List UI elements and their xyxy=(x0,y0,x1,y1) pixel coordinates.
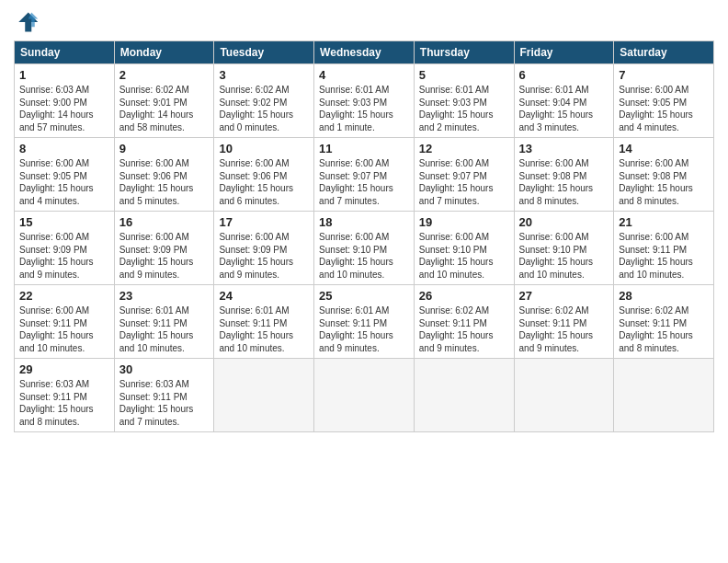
day-number: 21 xyxy=(619,215,709,229)
day-number: 14 xyxy=(619,142,709,155)
day-info: Sunrise: 6:00 AMSunset: 9:09 PMDaylight:… xyxy=(119,231,210,281)
day-number: 19 xyxy=(419,215,509,229)
table-row xyxy=(314,359,415,432)
day-number: 16 xyxy=(119,215,210,229)
day-info: Sunrise: 6:00 AMSunset: 9:11 PMDaylight:… xyxy=(619,231,709,281)
table-row: 22Sunrise: 6:00 AMSunset: 9:11 PMDayligh… xyxy=(15,285,115,359)
table-row: 20Sunrise: 6:00 AMSunset: 9:10 PMDayligh… xyxy=(514,212,614,285)
day-info: Sunrise: 6:00 AMSunset: 9:11 PMDaylight:… xyxy=(19,304,109,354)
day-info: Sunrise: 6:00 AMSunset: 9:07 PMDaylight:… xyxy=(419,157,509,207)
table-row: 5Sunrise: 6:01 AMSunset: 9:03 PMDaylight… xyxy=(414,64,514,138)
table-row: 15Sunrise: 6:00 AMSunset: 9:09 PMDayligh… xyxy=(15,212,115,285)
header-saturday: Saturday xyxy=(614,41,714,64)
day-info: Sunrise: 6:01 AMSunset: 9:11 PMDaylight:… xyxy=(219,304,309,354)
day-info: Sunrise: 6:00 AMSunset: 9:07 PMDaylight:… xyxy=(319,157,409,207)
day-info: Sunrise: 6:02 AMSunset: 9:01 PMDaylight:… xyxy=(119,84,210,133)
logo-icon xyxy=(14,9,40,35)
day-number: 18 xyxy=(319,215,409,229)
day-info: Sunrise: 6:00 AMSunset: 9:06 PMDaylight:… xyxy=(119,157,210,207)
day-number: 30 xyxy=(119,362,210,376)
day-info: Sunrise: 6:00 AMSunset: 9:09 PMDaylight:… xyxy=(219,231,309,281)
logo xyxy=(14,9,43,35)
table-row: 28Sunrise: 6:02 AMSunset: 9:11 PMDayligh… xyxy=(614,285,714,359)
day-number: 23 xyxy=(119,289,210,303)
calendar-week-row: 8Sunrise: 6:00 AMSunset: 9:05 PMDaylight… xyxy=(15,138,714,212)
day-number: 5 xyxy=(419,68,509,82)
day-number: 26 xyxy=(419,289,509,303)
table-row: 4Sunrise: 6:01 AMSunset: 9:03 PMDaylight… xyxy=(314,64,415,138)
day-number: 22 xyxy=(19,289,109,303)
day-info: Sunrise: 6:00 AMSunset: 9:06 PMDaylight:… xyxy=(219,157,309,207)
calendar-table: Sunday Monday Tuesday Wednesday Thursday… xyxy=(14,40,714,432)
table-row: 25Sunrise: 6:01 AMSunset: 9:11 PMDayligh… xyxy=(314,285,415,359)
table-row: 21Sunrise: 6:00 AMSunset: 9:11 PMDayligh… xyxy=(614,212,714,285)
table-row: 17Sunrise: 6:00 AMSunset: 9:09 PMDayligh… xyxy=(214,212,314,285)
table-row: 2Sunrise: 6:02 AMSunset: 9:01 PMDaylight… xyxy=(114,64,214,138)
table-row: 14Sunrise: 6:00 AMSunset: 9:08 PMDayligh… xyxy=(614,138,714,212)
header-tuesday: Tuesday xyxy=(214,41,314,64)
table-row: 8Sunrise: 6:00 AMSunset: 9:05 PMDaylight… xyxy=(15,138,115,212)
table-row: 12Sunrise: 6:00 AMSunset: 9:07 PMDayligh… xyxy=(414,138,514,212)
day-number: 10 xyxy=(219,142,309,155)
day-number: 27 xyxy=(519,289,609,303)
day-number: 13 xyxy=(519,142,609,155)
day-number: 1 xyxy=(19,68,109,82)
table-row: 19Sunrise: 6:00 AMSunset: 9:10 PMDayligh… xyxy=(414,212,514,285)
day-info: Sunrise: 6:01 AMSunset: 9:03 PMDaylight:… xyxy=(419,84,509,133)
weekday-header-row: Sunday Monday Tuesday Wednesday Thursday… xyxy=(15,41,714,64)
table-row: 11Sunrise: 6:00 AMSunset: 9:07 PMDayligh… xyxy=(314,138,415,212)
calendar-week-row: 1Sunrise: 6:03 AMSunset: 9:00 PMDaylight… xyxy=(15,64,714,138)
day-info: Sunrise: 6:02 AMSunset: 9:11 PMDaylight:… xyxy=(519,304,609,354)
day-info: Sunrise: 6:00 AMSunset: 9:05 PMDaylight:… xyxy=(19,157,109,207)
header-sunday: Sunday xyxy=(15,41,115,64)
day-number: 9 xyxy=(119,142,210,155)
table-row: 3Sunrise: 6:02 AMSunset: 9:02 PMDaylight… xyxy=(214,64,314,138)
day-info: Sunrise: 6:03 AMSunset: 9:11 PMDaylight:… xyxy=(119,378,210,428)
day-info: Sunrise: 6:01 AMSunset: 9:04 PMDaylight:… xyxy=(519,84,609,133)
day-info: Sunrise: 6:00 AMSunset: 9:10 PMDaylight:… xyxy=(519,231,609,281)
table-row xyxy=(614,359,714,432)
table-row: 23Sunrise: 6:01 AMSunset: 9:11 PMDayligh… xyxy=(114,285,214,359)
day-number: 2 xyxy=(119,68,210,82)
table-row: 13Sunrise: 6:00 AMSunset: 9:08 PMDayligh… xyxy=(514,138,614,212)
day-info: Sunrise: 6:02 AMSunset: 9:11 PMDaylight:… xyxy=(619,304,709,354)
header-friday: Friday xyxy=(514,41,614,64)
table-row xyxy=(514,359,614,432)
header-monday: Monday xyxy=(114,41,214,64)
day-number: 17 xyxy=(219,215,309,229)
day-info: Sunrise: 6:02 AMSunset: 9:02 PMDaylight:… xyxy=(219,84,309,133)
day-info: Sunrise: 6:03 AMSunset: 9:00 PMDaylight:… xyxy=(19,84,109,133)
table-row: 1Sunrise: 6:03 AMSunset: 9:00 PMDaylight… xyxy=(15,64,115,138)
day-number: 24 xyxy=(219,289,309,303)
day-number: 20 xyxy=(519,215,609,229)
header xyxy=(14,9,714,35)
table-row: 26Sunrise: 6:02 AMSunset: 9:11 PMDayligh… xyxy=(414,285,514,359)
table-row: 10Sunrise: 6:00 AMSunset: 9:06 PMDayligh… xyxy=(214,138,314,212)
table-row: 24Sunrise: 6:01 AMSunset: 9:11 PMDayligh… xyxy=(214,285,314,359)
day-info: Sunrise: 6:01 AMSunset: 9:11 PMDaylight:… xyxy=(319,304,409,354)
day-number: 25 xyxy=(319,289,409,303)
table-row: 6Sunrise: 6:01 AMSunset: 9:04 PMDaylight… xyxy=(514,64,614,138)
day-info: Sunrise: 6:00 AMSunset: 9:10 PMDaylight:… xyxy=(319,231,409,281)
day-info: Sunrise: 6:00 AMSunset: 9:05 PMDaylight:… xyxy=(619,84,709,133)
day-number: 8 xyxy=(19,142,109,155)
day-info: Sunrise: 6:00 AMSunset: 9:10 PMDaylight:… xyxy=(419,231,509,281)
day-number: 7 xyxy=(619,68,709,82)
calendar-week-row: 22Sunrise: 6:00 AMSunset: 9:11 PMDayligh… xyxy=(15,285,714,359)
day-info: Sunrise: 6:01 AMSunset: 9:03 PMDaylight:… xyxy=(319,84,409,133)
table-row: 18Sunrise: 6:00 AMSunset: 9:10 PMDayligh… xyxy=(314,212,415,285)
day-number: 15 xyxy=(19,215,109,229)
table-row: 29Sunrise: 6:03 AMSunset: 9:11 PMDayligh… xyxy=(15,359,115,432)
day-number: 29 xyxy=(19,362,109,376)
day-info: Sunrise: 6:01 AMSunset: 9:11 PMDaylight:… xyxy=(119,304,210,354)
calendar-week-row: 15Sunrise: 6:00 AMSunset: 9:09 PMDayligh… xyxy=(15,212,714,285)
header-wednesday: Wednesday xyxy=(314,41,415,64)
day-info: Sunrise: 6:02 AMSunset: 9:11 PMDaylight:… xyxy=(419,304,509,354)
day-info: Sunrise: 6:00 AMSunset: 9:09 PMDaylight:… xyxy=(19,231,109,281)
table-row: 27Sunrise: 6:02 AMSunset: 9:11 PMDayligh… xyxy=(514,285,614,359)
day-info: Sunrise: 6:00 AMSunset: 9:08 PMDaylight:… xyxy=(519,157,609,207)
table-row: 16Sunrise: 6:00 AMSunset: 9:09 PMDayligh… xyxy=(114,212,214,285)
day-number: 11 xyxy=(319,142,409,155)
day-number: 3 xyxy=(219,68,309,82)
day-number: 12 xyxy=(419,142,509,155)
